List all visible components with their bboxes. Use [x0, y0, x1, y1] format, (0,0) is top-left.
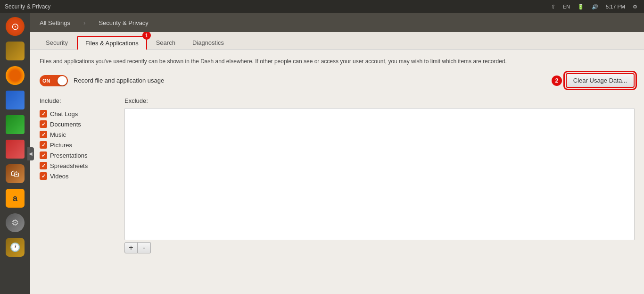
- include-section: Include: Chat Logs Documents Music: [40, 97, 115, 253]
- annotation-2: 2: [552, 76, 562, 86]
- remove-exclude-button[interactable]: -: [138, 242, 151, 253]
- backup-icon[interactable]: 🕐: [4, 236, 26, 259]
- checkbox-chat-logs[interactable]: Chat Logs: [40, 109, 115, 118]
- checkbox-documents[interactable]: Documents: [40, 119, 115, 129]
- files-icon[interactable]: [4, 40, 26, 62]
- spreadsheets-checkbox[interactable]: [40, 162, 47, 169]
- include-label: Include:: [40, 97, 115, 104]
- pictures-checkbox[interactable]: [40, 141, 47, 149]
- checkbox-spreadsheets[interactable]: Spreadsheets: [40, 161, 115, 170]
- calc-icon[interactable]: [4, 113, 26, 136]
- chat-logs-label: Chat Logs: [50, 110, 78, 118]
- annotation-1: 1: [142, 32, 151, 40]
- spreadsheets-label: Spreadsheets: [50, 162, 88, 169]
- videos-label: Videos: [50, 173, 69, 180]
- keyboard-layout: ⇧: [549, 4, 557, 10]
- titlebar-title: Security & Privacy: [5, 3, 50, 10]
- tab-diagnostics[interactable]: Diagnostics: [184, 36, 232, 49]
- amazon-icon[interactable]: a: [4, 187, 26, 210]
- documents-label: Documents: [50, 121, 81, 128]
- presentations-checkbox[interactable]: [40, 151, 47, 159]
- nav-security-privacy[interactable]: Security & Privacy: [95, 17, 152, 28]
- tab-security[interactable]: Security: [38, 36, 76, 49]
- checkbox-pictures[interactable]: Pictures: [40, 140, 115, 150]
- checkbox-music[interactable]: Music: [40, 130, 115, 139]
- software-center-icon[interactable]: 🛍: [4, 162, 26, 185]
- main-area: ⊙ 🛍 a ⚙ 🕐 ◀ A: [0, 13, 644, 294]
- clock: 5:17 PM: [604, 4, 627, 9]
- toggle-knob: [58, 76, 67, 85]
- include-exclude-section: Include: Chat Logs Documents Music: [40, 97, 635, 253]
- chat-logs-checkbox[interactable]: [40, 110, 47, 118]
- nav-separator: ›: [83, 19, 85, 26]
- tab-files-applications[interactable]: Files & Applications 1: [77, 36, 147, 50]
- checkbox-videos[interactable]: Videos: [40, 171, 115, 181]
- music-label: Music: [50, 131, 66, 138]
- exclude-list: [124, 108, 635, 240]
- toggle-row: ON Record file and application usage 2 C…: [40, 73, 635, 88]
- nav-all-settings[interactable]: All Settings: [36, 17, 74, 28]
- content-panel: All Settings › Security & Privacy Securi…: [30, 13, 644, 294]
- firefox-icon[interactable]: [4, 64, 26, 87]
- clear-usage-data-button[interactable]: Clear Usage Data...: [566, 73, 635, 88]
- settings-content: Security Files & Applications 1 Search D…: [30, 32, 644, 294]
- battery-icon: 🔋: [576, 4, 586, 10]
- titlebar-right: ⇧ EN 🔋 🔊 5:17 PM ⚙: [549, 4, 639, 10]
- sidebar-collapse-button[interactable]: ◀: [27, 147, 34, 160]
- topnav: All Settings › Security & Privacy: [30, 13, 644, 32]
- tab-bar: Security Files & Applications 1 Search D…: [30, 32, 644, 50]
- add-exclude-button[interactable]: +: [124, 242, 138, 253]
- toggle-description: Record file and application usage: [74, 77, 164, 84]
- record-usage-toggle[interactable]: ON: [40, 75, 68, 86]
- volume-icon: 🔊: [590, 4, 600, 10]
- titlebar: Security & Privacy ⇧ EN 🔋 🔊 5:17 PM ⚙: [0, 0, 644, 13]
- panel-content: Files and applications you've used recen…: [30, 50, 644, 294]
- ubuntu-icon[interactable]: ⊙: [4, 15, 26, 38]
- checkbox-presentations[interactable]: Presentations: [40, 151, 115, 160]
- tab-search[interactable]: Search: [148, 36, 183, 49]
- system-settings-icon[interactable]: ⚙: [4, 211, 26, 234]
- presentations-label: Presentations: [50, 152, 88, 159]
- toggle-on-label: ON: [42, 78, 50, 84]
- keyboard-lang: EN: [561, 4, 572, 9]
- documents-checkbox[interactable]: [40, 120, 47, 128]
- exclude-label: Exclude:: [124, 97, 635, 104]
- power-icon: ⚙: [631, 4, 639, 10]
- pictures-label: Pictures: [50, 142, 72, 149]
- exclude-buttons: + -: [124, 242, 635, 253]
- description-text: Files and applications you've used recen…: [40, 57, 635, 66]
- videos-checkbox[interactable]: [40, 172, 47, 180]
- exclude-section: Exclude: + -: [124, 97, 635, 253]
- music-checkbox[interactable]: [40, 131, 47, 138]
- sidebar: ⊙ 🛍 a ⚙ 🕐 ◀: [0, 13, 30, 294]
- impress-icon[interactable]: [4, 138, 26, 160]
- writer-icon[interactable]: [4, 89, 26, 111]
